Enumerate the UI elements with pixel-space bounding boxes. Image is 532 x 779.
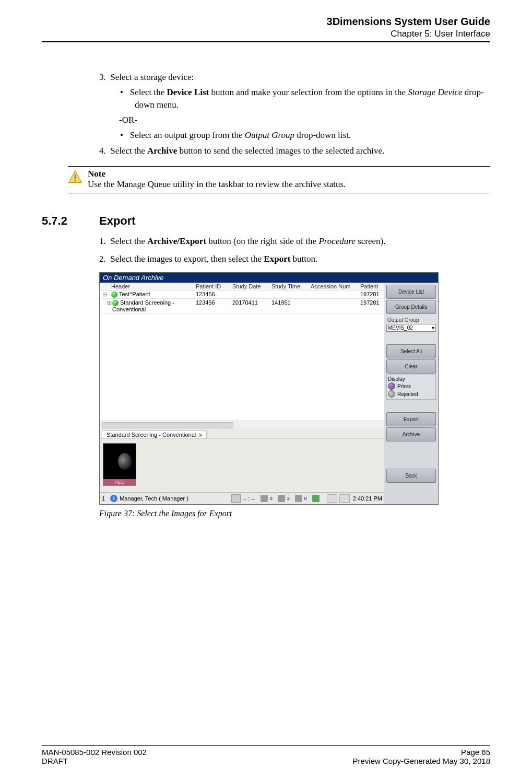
- led-icon: [388, 382, 395, 390]
- svg-rect-1: [75, 175, 76, 179]
- col-study-date: Study Date: [230, 283, 269, 290]
- table-header-row: Header Patient ID Study Date Study Time …: [100, 283, 384, 290]
- archive-button[interactable]: Archive: [386, 427, 436, 441]
- timecard-icon: [231, 494, 241, 503]
- col-patient: Patient: [358, 283, 384, 290]
- table-row[interactable]: ⊞ Standard Screening - Conventional 1234…: [100, 299, 384, 313]
- doc-title: 3Dimensions System User Guide: [42, 16, 490, 28]
- horizontal-scrollbar[interactable]: [100, 421, 384, 428]
- section-number: 5.7.2: [42, 214, 99, 228]
- window-titlebar: On Demand Archive: [100, 273, 438, 283]
- figure-caption: Figure 37: Select the Images for Export: [99, 509, 439, 518]
- check-icon: [112, 300, 119, 306]
- note-block: Note Use the Manage Queue utility in the…: [68, 167, 490, 193]
- footer-gen-date: Preview Copy-Generated May 30, 2018: [353, 757, 490, 765]
- display-block: Display Priors Rejected: [386, 375, 436, 400]
- footer-doc-id: MAN-05085-002 Revision 002: [42, 748, 147, 757]
- export-step-2: 2. Select the images to export, then sel…: [99, 253, 490, 266]
- header-rule: [42, 41, 490, 42]
- col-study-time: Study Time: [269, 283, 309, 290]
- info-icon[interactable]: i: [110, 495, 117, 502]
- step-4: 4. Select the Archive button to send the…: [99, 145, 490, 158]
- output-group-select[interactable]: MEVIS_02▾: [386, 324, 436, 332]
- close-icon[interactable]: x: [199, 432, 202, 438]
- tray-icon[interactable]: [339, 494, 350, 503]
- export-step-1: 1. Select the Archive/Export button (on …: [99, 235, 490, 248]
- status-bar: 1 iManager, Tech ( Manager ) -- : -- 0 3…: [100, 492, 384, 504]
- col-header: Header: [109, 283, 194, 290]
- expand-icon[interactable]: ⊞: [100, 299, 109, 313]
- check-icon: [111, 292, 117, 298]
- thumbnail-label: RCC: [103, 479, 136, 485]
- step-3-bullet-2: • Select an output group from the Output…: [99, 129, 490, 142]
- led-icon: [388, 390, 395, 398]
- display-priors-toggle[interactable]: Priors: [388, 382, 434, 390]
- status-user: Manager, Tech ( Manager ): [120, 495, 188, 502]
- expand-icon[interactable]: ⊟: [100, 290, 109, 298]
- step-3: 3. Select a storage device:: [99, 71, 490, 84]
- table-row[interactable]: ⊟ Test^Patient 123456 197201: [100, 290, 384, 299]
- col-accession-num: Accession Num: [309, 283, 358, 290]
- display-rejected-toggle[interactable]: Rejected: [388, 390, 434, 398]
- svg-point-2: [74, 180, 76, 181]
- status-icon: [278, 495, 285, 502]
- footer-draft-label: DRAFT: [42, 757, 68, 765]
- side-panel: Device List Group Details Output Group M…: [384, 283, 438, 504]
- group-details-button[interactable]: Group Details: [386, 300, 436, 314]
- note-icon: [68, 170, 82, 184]
- output-group-label: Output Group: [386, 317, 436, 323]
- status-icon: [295, 495, 302, 502]
- select-all-button[interactable]: Select All: [386, 344, 436, 358]
- display-label: Display: [388, 376, 434, 382]
- footer-rule: [42, 745, 490, 746]
- tray-icon[interactable]: [327, 494, 337, 503]
- note-rule-bottom: [68, 193, 490, 193]
- scrollbar-thumb[interactable]: [102, 422, 233, 428]
- note-text: Use the Manage Queue utility in the task…: [88, 179, 346, 190]
- thumbnail-area: RCC: [100, 438, 384, 492]
- chapter-title: Chapter 5: User Interface: [42, 29, 490, 39]
- status-index: 1: [102, 495, 105, 502]
- clear-button[interactable]: Clear: [386, 359, 436, 374]
- device-list-button[interactable]: Device List: [386, 285, 436, 299]
- section-title: Export: [99, 214, 136, 228]
- image-thumbnail[interactable]: RCC: [103, 443, 136, 486]
- status-icon: [312, 495, 320, 502]
- chevron-down-icon: ▾: [432, 325, 434, 331]
- note-label: Note: [88, 169, 346, 179]
- export-button[interactable]: Export: [386, 412, 436, 426]
- footer-page-num: Page 65: [461, 748, 490, 757]
- back-button[interactable]: Back: [386, 469, 436, 483]
- procedure-tab[interactable]: Standard Screening - Conventionalx: [102, 431, 207, 438]
- figure-app-window: On Demand Archive Header Patient ID Stud…: [99, 272, 439, 505]
- table-empty-area: [100, 313, 384, 428]
- status-clock: 2:40:21 PM: [353, 495, 382, 502]
- status-icon: [261, 495, 268, 502]
- col-patient-id: Patient ID: [194, 283, 230, 290]
- step-3-bullet-1: • Select the Device List button and make…: [99, 86, 490, 112]
- or-separator: -OR-: [99, 114, 490, 127]
